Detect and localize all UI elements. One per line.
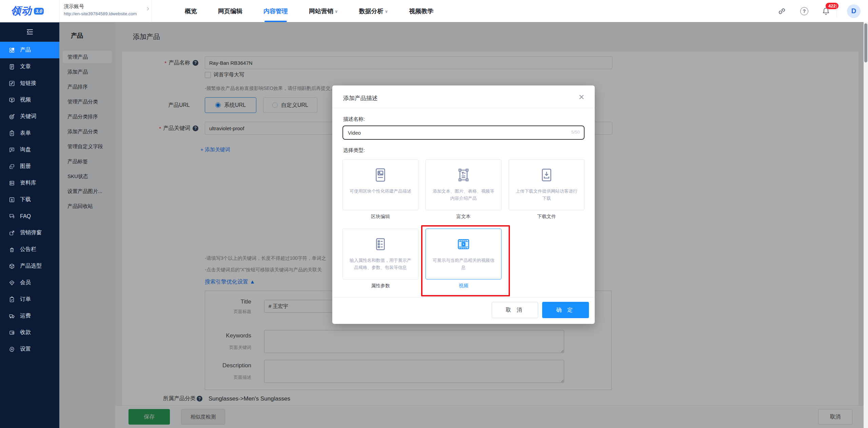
- gear-icon: [9, 346, 15, 352]
- header-divider: [836, 4, 837, 18]
- help-icon[interactable]: ?: [800, 7, 809, 16]
- sidebar-item-marketing-popup[interactable]: 营销弹窗: [0, 225, 59, 241]
- sidebar-item-forms[interactable]: 表单: [0, 125, 59, 141]
- type-card-label[interactable]: 下载文件: [509, 214, 585, 220]
- type-card-block-edit[interactable]: 可使用区块个性化搭建产品描述: [342, 159, 418, 210]
- rich-text-icon: [456, 167, 471, 183]
- nav-page-editor[interactable]: 网页编辑: [218, 0, 242, 22]
- sidebar-item-keywords[interactable]: 关键词: [0, 108, 59, 125]
- chevron-down-icon: ∨: [385, 9, 388, 14]
- description-type-cards: 可使用区块个性化搭建产品描述 区块编辑 添加文本、图片、表格、视频等内容介绍产品…: [342, 159, 585, 289]
- member-badge-icon: [9, 280, 15, 286]
- sidebar-item-downloads[interactable]: 下载: [0, 191, 59, 208]
- type-card-video[interactable]: 可展示与当前产品相关的视频信息: [426, 229, 501, 279]
- account-switcher[interactable]: 演示账号 http://en-site39784589.ldwebsite.co…: [64, 3, 147, 17]
- download-icon: [9, 197, 15, 203]
- header-divider: [59, 0, 60, 22]
- sidebar-item-albums[interactable]: 图册: [0, 158, 59, 175]
- download-file-icon: [539, 167, 554, 183]
- char-counter: 5/50: [571, 130, 580, 135]
- modal-title: 添加产品描述: [343, 94, 378, 102]
- document-icon: [9, 64, 15, 70]
- primary-nav: 概览 网页编辑 内容管理 网站营销∨ 数据分析∨ 视频教学: [185, 0, 434, 22]
- block-edit-icon: [373, 167, 388, 183]
- type-card-label[interactable]: 富文本: [426, 214, 501, 220]
- account-site-url: http://en-site39784589.ldwebsite.com: [64, 11, 147, 17]
- type-card-download-file[interactable]: 上传下载文件提供网站访客进行下载: [509, 159, 585, 210]
- sidebar-item-videos[interactable]: 视频: [0, 92, 59, 108]
- chevron-right-icon[interactable]: [145, 6, 151, 13]
- target-icon: [9, 114, 15, 120]
- modal-cancel-button[interactable]: 取 消: [492, 302, 538, 318]
- header-divider: [152, 0, 152, 22]
- sidebar-item-orders[interactable]: 订单: [0, 291, 59, 308]
- top-header: 领动 3.0 演示账号 http://en-site39784589.ldweb…: [0, 0, 868, 22]
- type-card-label[interactable]: 属性参数: [342, 283, 418, 289]
- description-name-field: 5/50: [342, 125, 585, 140]
- database-icon: [9, 180, 15, 186]
- select-type-label: 选择类型:: [343, 147, 365, 154]
- logo-version-badge: 3.0: [34, 8, 44, 15]
- sidebar-item-shipping[interactable]: 运费: [0, 308, 59, 324]
- nav-content-management[interactable]: 内容管理: [263, 0, 288, 22]
- close-icon[interactable]: [576, 92, 587, 102]
- popup-expand-icon: [9, 230, 15, 236]
- cube-icon: [9, 263, 15, 269]
- type-card-label[interactable]: 区块编辑: [342, 214, 418, 220]
- description-name-input[interactable]: [342, 125, 585, 140]
- sidebar-item-faq[interactable]: FAQ: [0, 208, 59, 225]
- modal-confirm-button[interactable]: 确 定: [542, 302, 589, 318]
- truck-icon: [9, 313, 15, 319]
- type-card-rich-text[interactable]: 添加文本、图片、表格、视频等内容介绍产品: [426, 159, 501, 210]
- description-name-label: 描述名称:: [343, 116, 365, 122]
- nav-data-analysis[interactable]: 数据分析∨: [359, 0, 388, 22]
- sidebar-collapse-icon[interactable]: [0, 22, 59, 42]
- brand-logo: 领动 3.0: [11, 0, 44, 22]
- sidebar-item-library[interactable]: 资料库: [0, 175, 59, 191]
- modal-footer-divider: [332, 297, 595, 297]
- sidebar-item-settings[interactable]: 设置: [0, 341, 59, 357]
- video-type-icon: [456, 236, 471, 252]
- app-window: 领动 3.0 演示账号 http://en-site39784589.ldweb…: [0, 0, 868, 428]
- products-grid-icon: [9, 47, 15, 53]
- chat-bubbles-icon: [9, 213, 15, 219]
- chevron-down-icon: ∨: [335, 9, 338, 14]
- modal-divider: [332, 108, 595, 108]
- nav-site-marketing[interactable]: 网站营销∨: [309, 0, 338, 22]
- stacked-cards-icon: [9, 163, 15, 170]
- main-sidebar: 产品 文章 短链接 视频 关键词 表单 询盘 图册: [0, 22, 59, 428]
- scrollbar-thumb[interactable]: [864, 23, 867, 62]
- sidebar-item-articles[interactable]: 文章: [0, 58, 59, 75]
- page-scrollbar[interactable]: [864, 22, 868, 428]
- header-actions: ? 422 D: [771, 0, 865, 22]
- sidebar-item-members[interactable]: 会员: [0, 274, 59, 291]
- chain-link-icon: [9, 80, 15, 86]
- clipboard-icon: [9, 130, 15, 136]
- nav-video-tutorials[interactable]: 视频教学: [409, 0, 434, 22]
- order-clipboard-icon: [9, 296, 15, 303]
- logo-text: 领动: [11, 4, 32, 18]
- attribute-list-icon: [373, 236, 388, 252]
- sidebar-item-product-selector[interactable]: 产品选型: [0, 258, 59, 274]
- sidebar-item-products[interactable]: 产品: [0, 42, 59, 58]
- sidebar-item-short-links[interactable]: 短链接: [0, 75, 59, 92]
- add-description-modal: 添加产品描述 描述名称: 5/50 选择类型: 可使用区块个性化搭建产品描述 区…: [332, 85, 595, 324]
- video-player-icon: [9, 97, 15, 103]
- sidebar-item-inquiries[interactable]: 询盘: [0, 141, 59, 158]
- wallet-icon: [9, 330, 15, 336]
- sidebar-item-payments[interactable]: 收款: [0, 324, 59, 341]
- type-card-attributes[interactable]: 输入属性名和数值，用于展示产品规格、参数、包装等信息: [342, 229, 418, 279]
- link-icon[interactable]: [777, 7, 786, 16]
- type-card-label[interactable]: 视频: [426, 283, 501, 289]
- sidebar-item-announcements[interactable]: 公告栏: [0, 241, 59, 258]
- user-avatar[interactable]: D: [847, 4, 861, 18]
- nav-overview[interactable]: 概览: [185, 0, 197, 22]
- notifications-bell-icon[interactable]: 422: [822, 7, 830, 16]
- chat-currency-icon: [9, 147, 15, 153]
- announcement-board-icon: [9, 247, 15, 253]
- account-name: 演示账号: [64, 3, 147, 10]
